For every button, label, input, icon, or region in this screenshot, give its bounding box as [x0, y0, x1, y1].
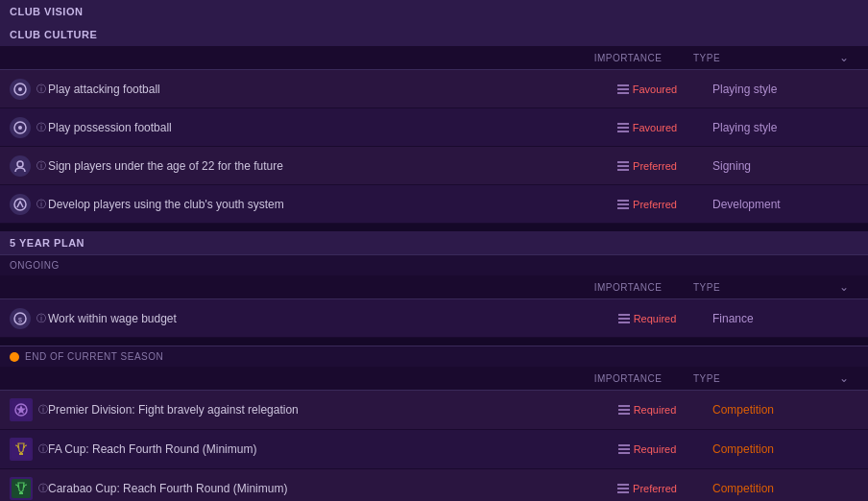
header-importance: IMPORTANCE [570, 282, 686, 293]
svg-text:$: $ [18, 316, 22, 322]
five-year-plan-title: 5 YEAR PLAN [0, 231, 868, 254]
table-row: ⓘ Premier Division: Fight bravely agains… [0, 391, 868, 430]
type-facup: Competition [705, 442, 858, 456]
end-of-season-rows: ⓘ Premier Division: Fight bravely agains… [0, 391, 868, 501]
spacer-1 [0, 224, 868, 231]
header-importance: IMPORTANCE [570, 373, 686, 384]
importance-possession: Favoured [590, 122, 705, 133]
importance-lines-icon [617, 484, 629, 493]
table-row: ⓘ FA Cup: Reach Fourth Round (Minimum) R… [0, 430, 868, 469]
importance-value: Favoured [633, 122, 677, 133]
row-icon-area: ⓘ [10, 117, 44, 138]
header-type: TYPE [686, 53, 839, 63]
row-icon-area: $ ⓘ [10, 308, 44, 329]
header-type: TYPE [686, 282, 839, 293]
importance-lines-icon [617, 161, 629, 171]
importance-lines-icon [618, 444, 630, 454]
importance-lines-icon [617, 200, 629, 209]
end-of-season-subtitle: END OF CURRENT SEASON [25, 351, 163, 362]
club-culture-chevron[interactable]: ⌄ [839, 51, 858, 64]
importance-value: Preferred [633, 160, 677, 172]
club-culture-header: IMPORTANCE TYPE ⌄ [0, 46, 868, 70]
importance-value: Required [634, 443, 677, 455]
row-icon-area: ⓘ [10, 438, 44, 461]
end-of-season-header: IMPORTANCE TYPE ⌄ [0, 367, 868, 391]
svg-rect-11 [12, 440, 31, 459]
importance-value: Required [634, 313, 677, 324]
row-label-attacking: Play attacking football [44, 83, 590, 96]
importance-badge: Favoured [617, 84, 677, 95]
type-attacking: Playing style [705, 83, 858, 96]
spacer-2 [0, 338, 868, 346]
attacking-icon [10, 79, 31, 100]
importance-lines-icon [617, 123, 629, 132]
importance-badge: Required [618, 443, 677, 455]
type-carabao: Competition [705, 482, 858, 495]
importance-value: Preferred [633, 199, 677, 210]
end-section-dot [10, 352, 19, 362]
club-culture-rows: ⓘ Play attacking football Favoured Playi… [0, 70, 868, 224]
row-label-possession: Play possession football [44, 121, 590, 134]
table-row: ⓘ Carabao Cup: Reach Fourth Round (Minim… [0, 469, 868, 501]
carabao-cup-icon [10, 477, 33, 500]
end-of-season-chevron[interactable]: ⌄ [839, 371, 858, 385]
importance-value: Preferred [633, 483, 677, 494]
importance-badge: Preferred [617, 483, 677, 494]
row-icon-area: ⓘ [10, 194, 44, 215]
importance-premier: Required [590, 404, 705, 416]
finance-icon: $ [10, 308, 31, 329]
row-label-facup: FA Cup: Reach Fourth Round (Minimum) [44, 442, 590, 456]
importance-signing: Preferred [590, 160, 705, 172]
svg-point-3 [18, 126, 22, 130]
fa-cup-icon [10, 438, 33, 461]
club-vision-title: CLUB VISION [0, 0, 868, 23]
type-development: Development [705, 198, 858, 211]
row-icon-area: ⓘ [10, 398, 44, 421]
ongoing-header: IMPORTANCE TYPE ⌄ [0, 275, 868, 299]
importance-lines-icon [618, 405, 630, 415]
table-row: ⓘ Play possession football Favoured Play… [0, 108, 868, 147]
ongoing-subtitle: ONGOING [0, 254, 868, 275]
importance-badge: Preferred [617, 199, 677, 210]
table-row: ⓘ Sign players under the age of 22 for t… [0, 147, 868, 185]
importance-wage: Required [590, 313, 705, 324]
row-label-carabao: Carabao Cup: Reach Fourth Round (Minimum… [44, 482, 590, 495]
end-of-season-row: END OF CURRENT SEASON [0, 346, 868, 367]
svg-point-4 [17, 161, 23, 167]
importance-lines-icon [617, 84, 629, 94]
type-signing: Signing [705, 159, 858, 173]
possession-icon [10, 117, 31, 138]
row-icon-area: ⓘ [10, 155, 44, 177]
table-row: ⓘ Develop players using the club's youth… [0, 185, 868, 224]
importance-badge: Required [618, 404, 677, 416]
row-label-signing: Sign players under the age of 22 for the… [44, 159, 590, 173]
type-premier: Competition [705, 403, 858, 417]
row-label-wage: Work within wage budget [44, 312, 590, 325]
importance-attacking: Favoured [590, 84, 705, 95]
row-icon-area: ⓘ [10, 477, 44, 500]
svg-rect-12 [12, 479, 31, 498]
importance-value: Required [634, 404, 677, 416]
row-label-premier: Premier Division: Fight bravely against … [44, 403, 590, 417]
row-label-development: Develop players using the club's youth s… [44, 198, 590, 211]
importance-value: Favoured [633, 84, 677, 95]
importance-development: Preferred [590, 199, 705, 210]
importance-badge: Favoured [617, 122, 677, 133]
row-icon-area: ⓘ [10, 79, 44, 100]
svg-point-1 [18, 87, 22, 91]
table-row: ⓘ Play attacking football Favoured Playi… [0, 70, 868, 108]
type-finance: Finance [705, 312, 858, 325]
importance-lines-icon [618, 314, 630, 323]
importance-badge: Preferred [617, 160, 677, 172]
header-type: TYPE [686, 373, 839, 384]
table-row: $ ⓘ Work within wage budget Required Fin… [0, 299, 868, 338]
club-culture-title: CLUB CULTURE [0, 23, 868, 46]
premier-league-icon [10, 398, 33, 421]
ongoing-chevron[interactable]: ⌄ [839, 280, 858, 294]
development-icon [10, 194, 31, 215]
header-importance: IMPORTANCE [570, 53, 686, 63]
type-possession: Playing style [705, 121, 858, 134]
importance-carabao: Preferred [590, 483, 705, 494]
importance-facup: Required [590, 443, 705, 455]
signing-icon [10, 155, 31, 177]
